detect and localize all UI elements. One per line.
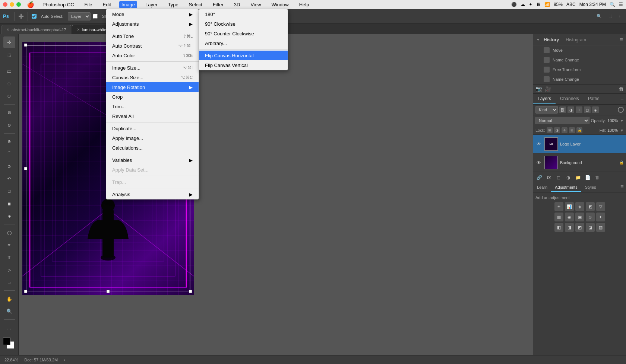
menubar-window[interactable]: Window (269, 1, 291, 8)
brightness-contrast-icon[interactable]: ☀ (554, 202, 563, 211)
menu-duplicate[interactable]: Duplicate... (106, 124, 199, 133)
channel-mixer-icon[interactable]: ✦ (596, 213, 605, 221)
dodge-tool[interactable]: ◯ (3, 227, 15, 238)
search-icon[interactable]: 🔍 (610, 2, 615, 7)
tab-layers[interactable]: Layers (533, 94, 556, 104)
menu-reveal-all[interactable]: Reveal All (106, 111, 199, 121)
color-swatches[interactable] (3, 338, 16, 350)
menu-calculations[interactable]: Calculations... (106, 143, 199, 153)
menu-image-size[interactable]: Image Size... ⌥⌘I (106, 63, 199, 73)
exposure-icon[interactable]: ◩ (586, 202, 595, 211)
pen-tool[interactable]: ✒ (3, 239, 15, 251)
menubar-image[interactable]: Image (119, 1, 137, 8)
history-camera-icon[interactable]: 🎥 (545, 86, 551, 92)
menubar-help[interactable]: Help (297, 1, 312, 8)
new-group-icon[interactable]: 📁 (574, 174, 582, 181)
hue-saturation-icon[interactable]: ▦ (554, 213, 563, 221)
layers-panel-menu-icon[interactable]: ☰ (618, 94, 626, 104)
move-tool-icon[interactable]: ✛ (18, 12, 24, 20)
add-adjustment-icon[interactable]: ◑ (565, 174, 572, 181)
rotation-180[interactable]: 180° (199, 9, 288, 19)
vibrance-icon[interactable]: ▽ (596, 202, 605, 211)
tab-abstract[interactable]: ✕ abstract-backlit-conceptual-17 (1, 25, 71, 34)
menu-canvas-size[interactable]: Canvas Size... ⌥⌘C (106, 73, 199, 82)
share-icon[interactable]: ↑ (617, 13, 623, 20)
quick-select-tool[interactable]: ⬡ (3, 90, 15, 102)
blend-mode-select[interactable]: Normal Multiply Screen Overlay (535, 117, 589, 124)
menubar-file[interactable]: File (82, 1, 95, 8)
rotation-90cw[interactable]: 90° Clockwise (199, 19, 288, 29)
minimize-button[interactable] (10, 2, 14, 7)
threshold-icon[interactable]: ◪ (586, 223, 595, 232)
history-item-namechange1[interactable]: Name Change (533, 55, 626, 65)
search-ps-icon[interactable]: 🔍 (594, 13, 604, 20)
menu-apply-data[interactable]: Apply Data Set... (106, 165, 199, 175)
lasso-tool[interactable]: ◌ (3, 78, 15, 89)
menubar-filter[interactable]: Filter (211, 1, 226, 8)
new-layer-icon[interactable]: 📄 (584, 174, 591, 181)
show-transform-checkbox[interactable] (93, 14, 98, 19)
rotation-flip-horizontal[interactable]: Flip Canvas Horizontal (199, 51, 288, 60)
crop-tool[interactable]: ⊡ (3, 107, 15, 118)
menubar-3d[interactable]: 3D (232, 1, 243, 8)
eraser-tool[interactable]: ◻ (3, 185, 15, 197)
history-item-move[interactable]: Move (533, 45, 626, 55)
smudge-tool[interactable]: ◈ (3, 210, 15, 222)
tab-channels[interactable]: Channels (556, 94, 584, 104)
foreground-color-swatch[interactable] (3, 338, 10, 345)
workspace-icon[interactable]: ⬚ (606, 13, 614, 20)
hand-tool[interactable]: ✋ (3, 293, 15, 304)
fill-value[interactable]: 100% (607, 128, 618, 132)
tab-adjustments[interactable]: Adjustments (551, 183, 581, 192)
history-item-freetransform[interactable]: Free Transform (533, 65, 626, 74)
selection-tool[interactable]: ▷ (3, 264, 15, 276)
lock-image-icon[interactable]: ◑ (554, 127, 560, 133)
history-snapshot-icon[interactable]: 📷 (535, 86, 542, 92)
menu-auto-tone[interactable]: Auto Tone ⇧⌘L (106, 31, 199, 41)
tab-close-abstract[interactable]: ✕ (6, 28, 9, 32)
close-button[interactable] (3, 2, 7, 7)
menubar-photoshop[interactable]: Photoshop CC (40, 1, 76, 8)
maximize-button[interactable] (16, 2, 21, 7)
auto-select-checkbox[interactable] (32, 14, 37, 19)
fill-arrow-icon[interactable]: ▼ (620, 128, 624, 132)
lock-transparent-icon[interactable]: ⊞ (547, 127, 553, 133)
menu-variables[interactable]: Variables ▶ (106, 155, 199, 165)
menu-analysis[interactable]: Analysis ▶ (106, 189, 199, 199)
filter-adjustment-icon[interactable]: ◑ (567, 106, 574, 113)
opacity-arrow-icon[interactable]: ▼ (620, 119, 624, 123)
filter-shape-icon[interactable]: ◻ (584, 106, 591, 113)
healing-tool[interactable]: ⊕ (3, 136, 15, 147)
gradient-tool[interactable]: ◼ (3, 198, 15, 210)
apple-menu[interactable]: 🍎 (27, 1, 34, 8)
adj-panel-menu-icon[interactable]: ☰ (618, 183, 626, 192)
marquee-tool[interactable]: ▭ (3, 66, 15, 77)
zoom-tool[interactable]: 🔍 (3, 306, 15, 317)
menubar-edit[interactable]: Edit (101, 1, 113, 8)
opacity-value[interactable]: 100% (607, 118, 619, 123)
menu-auto-contrast[interactable]: Auto Contrast ⌥⇧⌘L (106, 41, 199, 51)
curves-icon[interactable]: ◈ (575, 202, 584, 211)
menu-image-rotation[interactable]: Image Rotation ▶ (106, 82, 199, 92)
delete-layer-icon[interactable]: 🗑 (594, 174, 601, 181)
extra-tools[interactable]: … (3, 322, 15, 333)
layer-visibility-bg[interactable]: 👁 (535, 159, 542, 166)
filter-type-icon[interactable]: T (576, 106, 582, 113)
tab-close-luminar[interactable]: ✕ (77, 28, 80, 32)
fx-icon[interactable]: fx (545, 174, 553, 181)
layer-item-logo[interactable]: 👁 Lu Logo Layer (533, 135, 626, 153)
filter-pixel-icon[interactable]: 🖼 (559, 106, 566, 113)
black-white-icon[interactable]: ▣ (575, 213, 584, 221)
layer-visibility-logo[interactable]: 👁 (535, 141, 542, 147)
menu-apply-image[interactable]: Apply Image... (106, 133, 199, 143)
rotation-flip-vertical[interactable]: Flip Canvas Vertical (199, 60, 288, 70)
menu-adjustments[interactable]: Adjustments ▶ (106, 19, 199, 29)
link-layers-icon[interactable]: 🔗 (535, 174, 543, 181)
color-lookup-icon[interactable]: ◧ (554, 223, 563, 232)
lock-all-icon[interactable]: 🔒 (576, 127, 582, 133)
levels-icon[interactable]: 📊 (565, 202, 574, 211)
clone-tool[interactable]: ⊙ (3, 160, 15, 172)
gradient-map-icon[interactable]: ▧ (596, 223, 605, 232)
lock-artboard-icon[interactable]: ⊟ (569, 127, 575, 133)
control-center-icon[interactable]: ☰ (619, 2, 623, 7)
